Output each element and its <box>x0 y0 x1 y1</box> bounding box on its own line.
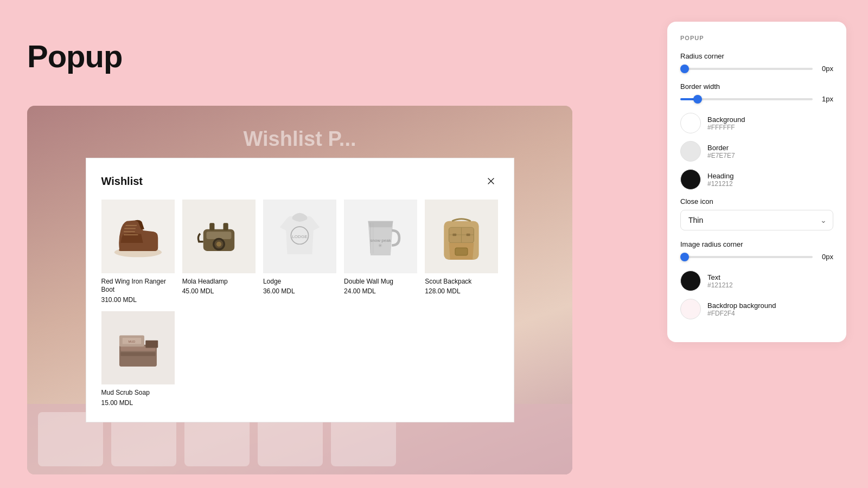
heading-color-swatch <box>680 169 701 190</box>
image-radius-value: 0px <box>818 253 833 261</box>
svg-rect-24 <box>455 248 468 255</box>
product-name-2: Lodge <box>263 278 336 286</box>
heading-color-row[interactable]: Heading #121212 <box>680 169 833 190</box>
popup-header: Wishlist <box>101 174 499 189</box>
background-color-swatch <box>680 113 701 133</box>
image-radius-label: Image radius corner <box>680 240 833 248</box>
image-radius-thumb[interactable] <box>680 253 689 261</box>
svg-text:MUD: MUD <box>128 340 135 343</box>
settings-section-title: POPUP <box>680 35 833 41</box>
radius-corner-value: 0px <box>818 65 833 73</box>
radius-corner-label: Radius corner <box>680 52 833 60</box>
product-price-1: 45.00 MDL <box>182 287 256 295</box>
product-price-5: 15.00 MDL <box>101 399 175 407</box>
background-color-hex: #FFFFFF <box>707 124 745 131</box>
border-color-row[interactable]: Border #E7E7E7 <box>680 141 833 162</box>
backdrop-color-label: Backdrop background <box>707 301 776 310</box>
product-card-5: MUD Mud Scrub Soap 15.00 MDL <box>101 311 175 407</box>
product-price-0: 310.00 MDL <box>101 296 175 304</box>
border-width-thumb[interactable] <box>693 95 702 104</box>
text-color-row[interactable]: Text #121212 <box>680 271 833 291</box>
product-card-1: Mola Headlamp 45.00 MDL <box>182 200 256 303</box>
border-width-label: Border width <box>680 82 833 91</box>
radius-corner-track[interactable] <box>680 68 813 70</box>
image-radius-row: Image radius corner 0px <box>680 240 833 261</box>
close-button[interactable] <box>483 174 499 189</box>
product-grid-row2: MUD Mud Scrub Soap 15.00 MDL <box>101 311 499 407</box>
radius-corner-thumb[interactable] <box>680 65 689 73</box>
backdrop-color-info: Backdrop background #FDF2F4 <box>707 301 776 317</box>
svg-rect-12 <box>209 223 214 230</box>
radius-corner-row: Radius corner 0px <box>680 52 833 73</box>
image-radius-slider-row: 0px <box>680 253 833 261</box>
product-card-2: LODGE Lodge 36.00 MDL <box>263 200 336 303</box>
heading-color-label: Heading <box>707 172 733 180</box>
settings-panel: POPUP Radius corner 0px Border width 1px… <box>667 22 846 342</box>
svg-rect-27 <box>120 352 155 356</box>
backdrop-color-swatch <box>680 299 701 319</box>
svg-point-11 <box>216 241 221 246</box>
text-color-info: Text #121212 <box>707 273 733 289</box>
product-image-5: MUD <box>101 311 175 384</box>
text-color-swatch <box>680 271 701 291</box>
product-name-4: Scout Backpack <box>425 278 498 286</box>
close-icon-row: Close icon Thin Regular Bold ⌄ <box>680 197 833 230</box>
close-icon-label: Close icon <box>680 197 833 206</box>
background-color-label: Background <box>707 115 745 124</box>
border-width-track[interactable] <box>680 98 813 100</box>
popup-heading: Wishlist <box>101 175 143 188</box>
text-color-hex: #121212 <box>707 281 733 289</box>
product-image-2: LODGE <box>263 200 336 273</box>
border-color-hex: #E7E7E7 <box>707 152 735 159</box>
page-title: Popup <box>27 38 122 74</box>
close-icon-select[interactable]: Thin Regular Bold <box>680 210 833 230</box>
product-image-3: snow peak ✳ <box>344 200 417 273</box>
svg-text:✳: ✳ <box>379 243 383 248</box>
radius-corner-slider-row: 0px <box>680 65 833 73</box>
heading-color-hex: #121212 <box>707 180 733 188</box>
background-color-info: Background #FFFFFF <box>707 115 745 131</box>
svg-text:LODGE: LODGE <box>292 234 308 239</box>
product-price-2: 36.00 MDL <box>263 287 336 295</box>
close-icon-dropdown-wrapper: Thin Regular Bold ⌄ <box>680 210 833 230</box>
svg-rect-22 <box>453 233 457 236</box>
svg-rect-23 <box>467 233 470 236</box>
border-color-label: Border <box>707 144 735 152</box>
border-color-info: Border #E7E7E7 <box>707 144 735 159</box>
svg-rect-31 <box>145 341 158 348</box>
product-image-0 <box>101 200 175 273</box>
product-image-1 <box>182 200 256 273</box>
svg-rect-13 <box>223 223 228 230</box>
product-name-5: Mud Scrub Soap <box>101 389 175 397</box>
product-card-3: snow peak ✳ Double Wall Mug 24.00 MDL <box>344 200 417 303</box>
product-name-0: Red Wing Iron Ranger Boot <box>101 278 175 294</box>
border-color-swatch <box>680 141 701 162</box>
backdrop-color-hex: #FDF2F4 <box>707 310 776 317</box>
image-radius-track[interactable] <box>680 256 813 258</box>
heading-color-info: Heading #121212 <box>707 172 733 188</box>
text-color-label: Text <box>707 273 733 281</box>
product-name-1: Mola Headlamp <box>182 278 256 286</box>
backdrop-color-row[interactable]: Backdrop background #FDF2F4 <box>680 299 833 319</box>
product-name-3: Double Wall Mug <box>344 278 417 286</box>
svg-text:snow peak: snow peak <box>370 237 391 242</box>
border-width-slider-row: 1px <box>680 95 833 103</box>
product-card-0: Red Wing Iron Ranger Boot 310.00 MDL <box>101 200 175 303</box>
product-price-3: 24.00 MDL <box>344 287 417 295</box>
border-width-row: Border width 1px <box>680 82 833 103</box>
product-image-4 <box>425 200 498 273</box>
preview-title: Wishlist P... <box>243 127 356 151</box>
popup-overlay: Wishlist <box>27 106 572 474</box>
background-color-row[interactable]: Background #FFFFFF <box>680 113 833 133</box>
product-price-4: 128.00 MDL <box>425 287 498 295</box>
product-grid-row1: Red Wing Iron Ranger Boot 310.00 MDL <box>101 200 499 303</box>
border-width-value: 1px <box>818 95 833 103</box>
popup-modal: Wishlist <box>86 158 514 422</box>
product-card-4: Scout Backpack 128.00 MDL <box>425 200 498 303</box>
